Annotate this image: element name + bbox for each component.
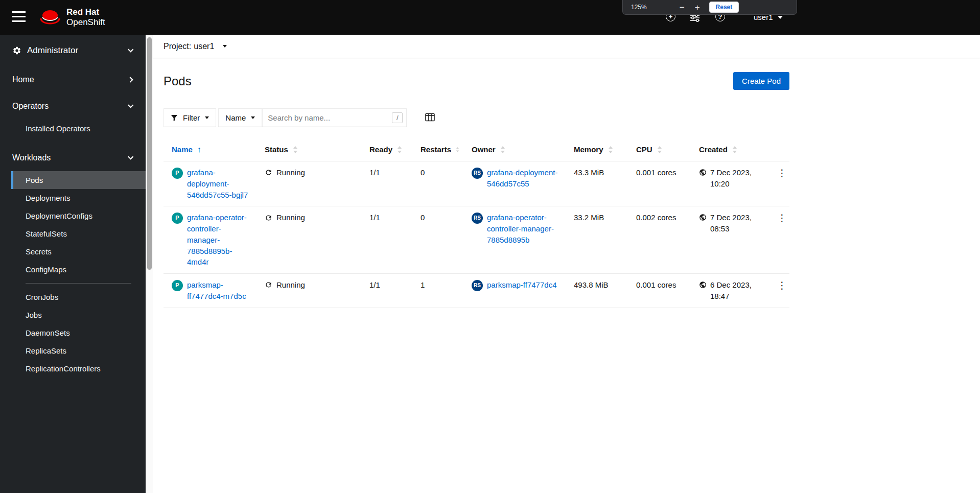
sidebar-item-replicasets[interactable]: ReplicaSets	[11, 342, 146, 360]
sidebar-item-daemonsets[interactable]: DaemonSets	[11, 324, 146, 342]
kebab-menu-button[interactable]: ⋮	[773, 212, 791, 224]
sliders-icon[interactable]	[690, 13, 700, 24]
column-header-status[interactable]: Status	[256, 140, 361, 161]
sidebar-item-workloads[interactable]: Workloads	[0, 145, 146, 171]
column-header-restarts[interactable]: Restarts	[412, 140, 463, 161]
pod-link[interactable]: grafana-deployment-546dd57c55-bgjl7	[187, 167, 252, 200]
sync-icon	[265, 214, 272, 222]
sidebar-item-replicationcontrollers[interactable]: ReplicationControllers	[11, 360, 146, 378]
table-row: Pgrafana-deployment-546dd57c55-bgjl7 Run…	[164, 161, 789, 206]
replicaset-badge: RS	[472, 168, 483, 179]
sidebar-scrollbar[interactable]	[146, 35, 153, 493]
create-pod-button[interactable]: Create Pod	[733, 72, 789, 90]
column-header-created[interactable]: Created	[691, 140, 765, 161]
search-input[interactable]	[262, 108, 407, 127]
pod-badge: P	[172, 168, 183, 179]
kebab-menu-button[interactable]: ⋮	[773, 279, 791, 291]
status-text: Running	[276, 279, 305, 291]
memory-value: 43.3 MiB	[574, 168, 604, 177]
project-selector[interactable]: Project: user1	[164, 42, 227, 51]
attribute-label: Name	[225, 113, 246, 122]
sort-icon	[500, 146, 505, 153]
redhat-hat-icon	[39, 9, 61, 26]
table-row: Pgrafana-operator-controller-manager-788…	[164, 206, 789, 274]
search-box: /	[262, 108, 407, 127]
sidebar-item-statefulsets[interactable]: StatefulSets	[11, 225, 146, 243]
project-value: user1	[194, 42, 214, 51]
redhat-openshift-logo[interactable]: Red Hat OpenShift	[39, 7, 105, 28]
operators-subnav: Installed Operators	[11, 120, 146, 137]
pod-link[interactable]: grafana-operator-controller-manager-7885…	[187, 212, 252, 268]
owner-link[interactable]: grafana-operator-controller-manager-7885…	[487, 212, 562, 245]
created-value: 7 Dec 2023, 10:20	[710, 167, 759, 190]
replicaset-badge: RS	[472, 280, 483, 291]
pod-badge: P	[172, 213, 183, 224]
attribute-dropdown[interactable]: Name	[218, 108, 262, 127]
toolbar: Filter Name /	[164, 108, 980, 127]
filter-dropdown[interactable]: Filter	[164, 108, 216, 127]
sidebar-item-deploymentconfigs[interactable]: DeploymentConfigs	[11, 207, 146, 225]
perspective-label: Administrator	[27, 45, 78, 56]
sidebar-item-installed-operators[interactable]: Installed Operators	[11, 120, 146, 137]
column-header-actions	[765, 140, 789, 161]
nav-divider	[26, 283, 131, 284]
sync-icon	[265, 281, 272, 289]
kebab-menu-button[interactable]: ⋮	[773, 167, 791, 179]
sort-icon	[608, 146, 613, 153]
caret-down-icon	[251, 116, 255, 119]
globe-icon	[699, 214, 707, 221]
caret-down-icon	[205, 116, 209, 119]
cpu-value: 0.002 cores	[636, 213, 676, 222]
owner-link[interactable]: grafana-deployment-546dd57c55	[487, 167, 562, 190]
sidebar-item-pods[interactable]: Pods	[11, 171, 146, 189]
ready-value: 1/1	[369, 213, 380, 222]
chevron-down-icon	[778, 16, 783, 19]
zoom-reset-button[interactable]: Reset	[709, 2, 739, 13]
pod-link[interactable]: parksmap-ff7477dc4-m7d5c	[187, 279, 252, 302]
status-text: Running	[276, 167, 305, 178]
column-header-ready[interactable]: Ready	[361, 140, 412, 161]
column-header-cpu[interactable]: CPU	[628, 140, 691, 161]
zoom-in-button[interactable]: +	[693, 3, 702, 12]
column-header-memory[interactable]: Memory	[566, 140, 628, 161]
sort-ascending-icon: ↑	[197, 146, 201, 154]
sidebar-item-cronjobs[interactable]: CronJobs	[11, 288, 146, 306]
zoom-out-button[interactable]: −	[678, 3, 687, 12]
manage-columns-button[interactable]	[423, 111, 437, 125]
nav-label: Operators	[12, 102, 49, 111]
gear-icon	[12, 46, 21, 55]
table-row: Pparksmap-ff7477dc4-m7d5c Running 1/1 1 …	[164, 274, 789, 308]
sort-icon	[732, 146, 737, 153]
status-text: Running	[276, 212, 305, 223]
table-columns-icon	[425, 113, 435, 122]
pods-table: Name↑ Status Ready Restarts Owner Memory	[164, 140, 789, 308]
perspective-switcher[interactable]: Administrator	[0, 35, 146, 66]
sidebar-item-home[interactable]: Home	[0, 66, 146, 93]
memory-value: 493.8 MiB	[574, 280, 609, 289]
brand-text: Red Hat OpenShift	[66, 7, 105, 28]
scrollbar-thumb[interactable]	[147, 37, 152, 270]
column-header-name[interactable]: Name↑	[164, 140, 256, 161]
workloads-subnav: Pods Deployments DeploymentConfigs State…	[11, 171, 146, 378]
created-value: 6 Dec 2023, 18:47	[710, 279, 759, 302]
sidebar-item-jobs[interactable]: Jobs	[11, 306, 146, 324]
chevron-down-icon	[128, 46, 133, 52]
zoom-level: 125%	[631, 4, 647, 11]
sort-icon	[657, 146, 662, 153]
menu-icon[interactable]	[11, 10, 27, 23]
brand-line1: Red Hat	[66, 7, 105, 17]
owner-link[interactable]: parksmap-ff7477dc4	[487, 279, 556, 291]
column-header-owner[interactable]: Owner	[463, 140, 566, 161]
chevron-down-icon	[128, 154, 133, 159]
chevron-down-icon	[128, 102, 133, 108]
sync-icon	[265, 169, 272, 176]
main-content: Project: user1 Pods Create Pod Filter Na…	[153, 35, 980, 493]
sidebar-item-deployments[interactable]: Deployments	[11, 189, 146, 207]
globe-icon	[699, 169, 707, 176]
sidebar-item-configmaps[interactable]: ConfigMaps	[11, 261, 146, 278]
caret-down-icon	[223, 45, 227, 48]
restarts-value: 0	[421, 213, 425, 222]
sidebar-item-operators[interactable]: Operators	[0, 93, 146, 120]
sidebar-item-secrets[interactable]: Secrets	[11, 243, 146, 261]
cpu-value: 0.001 cores	[636, 280, 676, 289]
